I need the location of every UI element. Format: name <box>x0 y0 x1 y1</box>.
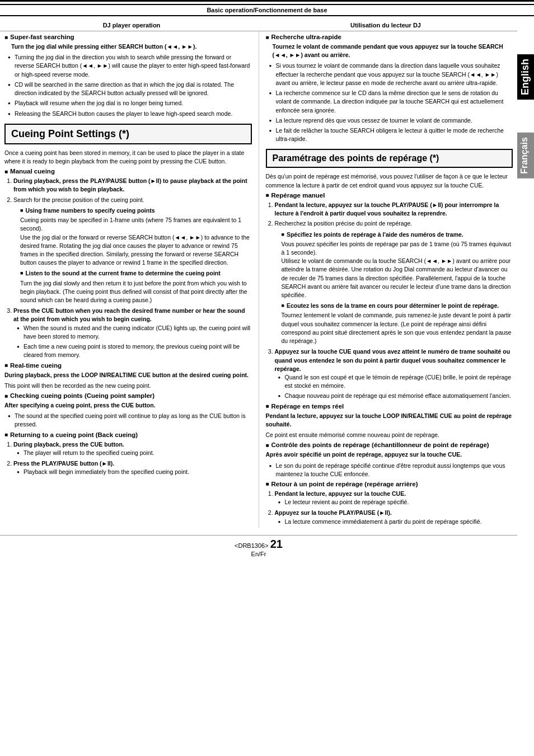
controle-points-title: Contrôle des points de repérage (échanti… <box>266 442 513 448</box>
step-1: During playback, press the PLAY/PAUSE bu… <box>13 177 252 194</box>
reperage-manuel-section: Repérage manuel Pendant la lecture, appu… <box>266 192 513 401</box>
parametrage-box: Paramétrage des points de repérage (*) <box>266 149 513 168</box>
bullet-item: La lecture reprend dès que vous cessez d… <box>269 116 513 125</box>
using-frame-title: Using frame numbers to specify cueing po… <box>20 206 252 215</box>
frame-title-fr: Spécifiez les points de repérage à l'aid… <box>282 231 513 239</box>
using-frame-body: Cueing points may be specified in 1-fram… <box>20 216 252 267</box>
manual-cueing-title: Manual cueing <box>4 168 252 175</box>
bullet-item: La lecture commence immédiatement à part… <box>278 518 513 526</box>
listen-title: Listen to the sound at the current frame… <box>20 269 252 278</box>
francais-tab: Français <box>517 133 534 179</box>
frame-body-fr: Vous pouvez spécifier les points de repé… <box>282 240 513 300</box>
retour-point-title: Retour à un point de repérage (repérage … <box>266 481 513 487</box>
manual-cueing-section: Manual cueing During playback, press the… <box>4 168 252 359</box>
page-number: 21 <box>270 538 283 550</box>
retour-step-1: Pendant la lecture, appuyez sur la touch… <box>275 490 513 506</box>
super-fast-title: Super-fast searching <box>4 34 252 40</box>
bullet-item: Releasing the SEARCH button causes the p… <box>8 110 252 118</box>
controle-points-subtitle: Après avoir spécifié un point de repérag… <box>266 450 513 459</box>
reperage-manuel-steps: Pendant la lecture, appuyez sur la touch… <box>266 201 513 401</box>
reperage-temps-reel-subtitle: Pendant la lecture, appuyez sur la touch… <box>266 412 513 429</box>
recherche-subtitle: Tournez le volant de commande pendant qu… <box>266 43 513 59</box>
parametrage-intro: Dès qu'un point de repérage est mémorisé… <box>266 172 513 189</box>
reperage-temps-reel-body: Ce point est ensuite mémorisé comme nouv… <box>266 431 513 439</box>
returning-cueing-section: Returning to a cueing point (Back cueing… <box>4 431 252 477</box>
bullet-item: Le son du point de repérage spécifié con… <box>269 462 513 478</box>
bullet-item: Chaque nouveau point de repérage qui est… <box>278 392 513 400</box>
cueing-box-title: Cueing Point Settings (*) <box>11 128 129 139</box>
listen-body: Turn the jog dial slowly and then return… <box>20 279 252 305</box>
cueing-point-settings-box: Cueing Point Settings (*) <box>4 124 252 144</box>
returning-cueing-title: Returning to a cueing point (Back cueing… <box>4 431 252 438</box>
super-fast-searching-section: Super-fast searching Turn the jog dial w… <box>4 34 252 118</box>
rep-step3-bullets: Quand le son est coupé et que le témoin … <box>275 373 513 401</box>
page-header: Basic operation/Fonctionnement de base <box>0 4 534 16</box>
bullet-item: When the sound is muted and the cueing i… <box>17 324 252 341</box>
step-2: Search for the precise position of the c… <box>13 196 252 305</box>
reperage-temps-reel-title: Repérage en temps réel <box>266 403 513 410</box>
ecoutez-body: Tournez lentement le volant de commande,… <box>282 311 513 345</box>
frame-subsection-fr: Spécifiez les points de repérage à l'aid… <box>275 231 513 300</box>
rep-step-2: Recherchez la position précise du point … <box>275 219 513 345</box>
footer-code: <DRB1306> <box>235 542 269 549</box>
recherche-bullets: Si vous tournez le volant de commande da… <box>266 62 513 143</box>
return-step-1: During playback, press the CUE button. T… <box>13 440 252 457</box>
returning-cueing-steps: During playback, press the CUE button. T… <box>4 440 252 477</box>
super-fast-subtitle: Turn the jog dial while pressing either … <box>4 43 252 51</box>
ecoutez-subsection: Ecoutez les sons de la trame en cours po… <box>275 302 513 345</box>
bullet-item: Le lecteur revient au point de repérage … <box>278 498 513 506</box>
listen-subsection: Listen to the sound at the current frame… <box>13 269 252 304</box>
recherche-section: Recherche ultra-rapide Tournez le volant… <box>266 34 513 143</box>
step3-text: Press the CUE button when you reach the … <box>13 307 245 322</box>
bullet-item: Le fait de relâcher la touche SEARCH obl… <box>269 126 513 143</box>
bullet-item: Turning the jog dial in the direction yo… <box>8 53 252 79</box>
checking-cueing-bullets: The sound at the specified cueing point … <box>4 412 252 429</box>
reperage-temps-reel-section: Repérage en temps réel Pendant la lectur… <box>266 403 513 440</box>
bullet-item: Quand le son est coupé et que le témoin … <box>278 373 513 390</box>
retour-point-steps: Pendant la lecture, appuyez sur la touch… <box>266 490 513 526</box>
retour-step-2: Appuyez sur la touche PLAY/PAUSE (►II). … <box>275 509 513 525</box>
page-footer: <DRB1306> 21 En/Fr <box>0 535 517 557</box>
real-time-cueing-section: Real-time cueing During playback, press … <box>4 362 252 390</box>
step2-text: Search for the precise position of the c… <box>13 196 144 203</box>
rep-step-3: Appuyez sur la touche CUE quand vous ave… <box>275 348 513 400</box>
parametrage-box-title: Paramétrage des points de repérage (*) <box>273 153 439 163</box>
using-frame-subsection: Using frame numbers to specify cueing po… <box>13 206 252 267</box>
real-time-body: This point will then be recorded as the … <box>4 382 252 390</box>
english-tab: English <box>517 54 534 100</box>
checking-cueing-title: Checking cueing points (Cueing point sam… <box>4 392 252 399</box>
real-time-subtitle: During playback, press the LOOP IN/REALT… <box>4 371 252 379</box>
reperage-manuel-title: Repérage manuel <box>266 192 513 199</box>
header-title: Basic operation/Fonctionnement de base <box>6 7 528 13</box>
controle-points-bullets: Le son du point de repérage spécifié con… <box>266 462 513 478</box>
bullet-item: The player will return to the specified … <box>17 449 252 457</box>
bullet-item: Each time a new cueing point is stored t… <box>17 342 252 359</box>
super-fast-bullets: Turning the jog dial in the direction yo… <box>4 53 252 118</box>
left-column: Super-fast searching Turn the jog dial w… <box>4 31 259 528</box>
step-3: Press the CUE button when you reach the … <box>13 307 252 359</box>
bullet-item: Si vous tournez le volant de commande da… <box>269 62 513 87</box>
bullet-item: Playback will resume when the jog dial i… <box>8 99 252 107</box>
ecoutez-title: Ecoutez les sons de la trame en cours po… <box>282 302 513 310</box>
real-time-title: Real-time cueing <box>4 362 252 369</box>
recherche-title: Recherche ultra-rapide <box>266 34 513 40</box>
bullet-item: Playback will begin immediately from the… <box>17 468 252 476</box>
right-column: Recherche ultra-rapide Tournez le volant… <box>259 31 513 528</box>
manual-cueing-steps: During playback, press the PLAY/PAUSE bu… <box>4 177 252 359</box>
return-step-2: Press the PLAY/PAUSE button (►II). Playb… <box>13 459 252 476</box>
bullet-item: La recherche commence sur le CD dans la … <box>269 89 513 115</box>
col-header-left: DJ player operation <box>4 22 259 29</box>
footer-lang: En/Fr <box>251 551 266 557</box>
controle-points-section: Contrôle des points de repérage (échanti… <box>266 442 513 478</box>
rep-step-1: Pendant la lecture, appuyez sur la touch… <box>275 201 513 218</box>
col-header-right: Utilisation du lecteur DJ <box>259 22 513 29</box>
cueing-intro: Once a cueing point has been stored in m… <box>4 149 252 166</box>
retour-point-section: Retour à un point de repérage (repérage … <box>266 481 513 526</box>
checking-cueing-subtitle: After specifying a cueing point, press t… <box>4 401 252 410</box>
step1-text: During playback, press the PLAY/PAUSE bu… <box>13 177 247 192</box>
step3-bullets: When the sound is muted and the cueing i… <box>13 324 252 360</box>
bullet-item: CD will be searched in the same directio… <box>8 81 252 97</box>
checking-cueing-section: Checking cueing points (Cueing point sam… <box>4 392 252 429</box>
bullet-item: The sound at the specified cueing point … <box>8 412 252 429</box>
